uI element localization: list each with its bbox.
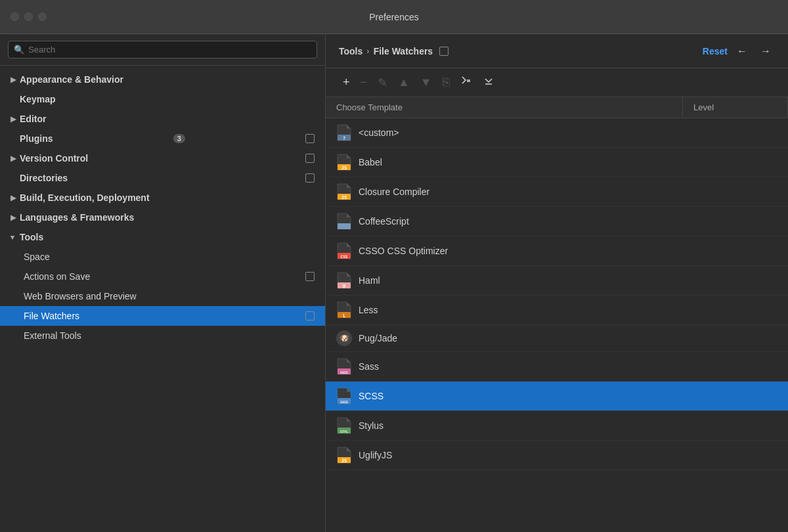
settings-icon [305, 173, 315, 183]
less-icon: L [336, 301, 352, 319]
sidebar-item-build[interactable]: ▶Build, Execution, Deployment [0, 188, 325, 208]
forward-button[interactable]: → [756, 44, 775, 58]
sidebar-list: ▶Appearance & BehaviorKeymap▶EditorPlugi… [0, 66, 325, 532]
sidebar-item-label: Build, Execution, Deployment [20, 192, 150, 203]
template-item-pug[interactable]: 🐶Pug/Jade [326, 325, 788, 352]
remove-button[interactable]: − [357, 74, 372, 91]
sidebar-item-plugins[interactable]: Plugins3 [0, 129, 325, 148]
template-item-csso[interactable]: CSS CSSO CSS Optimizer [326, 236, 788, 266]
sidebar-item-label: Actions on Save [24, 271, 90, 282]
dropdown-list: ? <custom> JS Babel JS Closure Compiler [326, 118, 788, 532]
toolbar: + − ✎ ▲ ▼ ⎘ [326, 68, 788, 97]
search-input[interactable] [28, 45, 311, 55]
col-header-template: Choose Template [326, 97, 683, 118]
sidebar-item-badge: 3 [173, 134, 185, 143]
template-item-label: CoffeeScript [359, 216, 409, 227]
template-item-babel[interactable]: JS Babel [326, 148, 788, 177]
csso-icon: CSS [336, 242, 352, 260]
maximize-button[interactable] [38, 12, 47, 21]
sidebar-item-keymap[interactable]: Keymap [0, 89, 325, 109]
breadcrumb-separator: › [366, 46, 369, 56]
sidebar-item-label: External Tools [24, 330, 81, 341]
template-item-closure[interactable]: JS Closure Compiler [326, 177, 788, 207]
edit-button[interactable]: ✎ [374, 74, 391, 91]
search-input-wrap[interactable]: 🔍 [8, 41, 317, 58]
template-item-label: Closure Compiler [359, 187, 429, 197]
main-layout: 🔍 ▶Appearance & BehaviorKeymap▶EditorPlu… [0, 34, 788, 532]
reset-button[interactable]: Reset [703, 46, 728, 56]
traffic-lights [11, 12, 47, 21]
sass-icon: SASS [336, 357, 352, 376]
svg-text:?: ? [343, 136, 345, 141]
sidebar-item-label: Space [24, 252, 50, 262]
titlebar: Preferences [0, 0, 788, 34]
sidebar-item-version-control[interactable]: ▶Version Control [0, 148, 325, 168]
template-item-coffeescript[interactable]: CoffeeScript [326, 207, 788, 236]
settings-icon [305, 134, 315, 143]
coffeescript-icon [336, 212, 352, 231]
template-item-uglifyjs[interactable]: JS UglifyJS [326, 441, 788, 470]
breadcrumb-settings-icon[interactable] [439, 47, 449, 56]
stylus-icon: STYL [336, 416, 352, 435]
sidebar-item-editor[interactable]: ▶Editor [0, 109, 325, 129]
search-icon: 🔍 [14, 45, 24, 55]
haml-icon: H [336, 271, 352, 290]
breadcrumb-part1: Tools [339, 46, 362, 56]
add-button[interactable]: + [339, 74, 354, 91]
sidebar-item-web-browsers[interactable]: Web Browsers and Preview [0, 286, 325, 306]
svg-text:H: H [343, 284, 345, 289]
svg-text:CSS: CSS [341, 254, 348, 259]
chevron-icon: ▶ [11, 76, 20, 84]
back-button[interactable]: ← [733, 44, 751, 58]
template-item-stylus[interactable]: STYL Stylus [326, 411, 788, 441]
svg-text:STYL: STYL [340, 430, 348, 433]
sidebar-item-label: Version Control [20, 153, 88, 164]
move-up-button[interactable]: ▲ [394, 74, 414, 91]
svg-text:JS: JS [341, 166, 347, 171]
sidebar-item-label: Tools [20, 232, 43, 242]
sidebar-item-label: Appearance & Behavior [20, 74, 123, 85]
template-item-haml[interactable]: H Haml [326, 266, 788, 296]
custom-icon: ? [336, 123, 352, 142]
template-item-label: UglifyJS [359, 450, 392, 460]
sidebar-item-actions-on-save[interactable]: Actions on Save [0, 267, 325, 286]
template-item-scss[interactable]: SASS SCSS [326, 382, 788, 411]
sidebar-item-label: Web Browsers and Preview [24, 291, 137, 301]
svg-text:JS: JS [341, 195, 347, 200]
search-bar: 🔍 [0, 34, 325, 66]
collapse-button[interactable] [456, 74, 476, 91]
move-down-button[interactable]: ▼ [416, 74, 436, 91]
minimize-button[interactable] [24, 12, 33, 21]
babel-icon: JS [336, 153, 352, 171]
content-header: Tools › File Watchers Reset ← → [326, 34, 788, 68]
col-header-level: Level [683, 97, 788, 118]
sidebar-item-space[interactable]: Space [0, 247, 325, 267]
template-item-label: Stylus [359, 420, 383, 431]
copy-button[interactable]: ⎘ [439, 74, 454, 91]
template-item-custom[interactable]: ? <custom> [326, 118, 788, 148]
sidebar-item-appearance[interactable]: ▶Appearance & Behavior [0, 70, 325, 89]
template-item-label: Haml [359, 275, 380, 286]
svg-text:SASS: SASS [340, 400, 348, 404]
chevron-icon: ▶ [11, 115, 20, 123]
template-item-sass[interactable]: SASS Sass [326, 352, 788, 382]
chevron-icon: ▾ [11, 233, 20, 242]
sidebar-item-directories[interactable]: Directories [0, 168, 325, 188]
expand-button[interactable] [479, 74, 498, 91]
settings-icon [305, 272, 315, 281]
template-item-label: SCSS [359, 391, 383, 401]
sidebar-item-external-tools[interactable]: External Tools [0, 326, 325, 345]
sidebar-item-label: Languages & Frameworks [20, 212, 134, 223]
sidebar-item-file-watchers[interactable]: File Watchers [0, 306, 325, 326]
svg-text:L: L [343, 313, 345, 319]
pug-icon: 🐶 [336, 330, 352, 346]
table-header: Choose Template Level [326, 97, 788, 118]
svg-rect-6 [338, 223, 351, 229]
template-item-label: Pug/Jade [359, 333, 397, 344]
settings-icon [305, 311, 315, 321]
chevron-icon: ▶ [11, 213, 20, 222]
sidebar-item-tools[interactable]: ▾Tools [0, 227, 325, 247]
template-item-less[interactable]: L Less [326, 296, 788, 325]
sidebar-item-languages[interactable]: ▶Languages & Frameworks [0, 208, 325, 227]
close-button[interactable] [11, 12, 19, 21]
